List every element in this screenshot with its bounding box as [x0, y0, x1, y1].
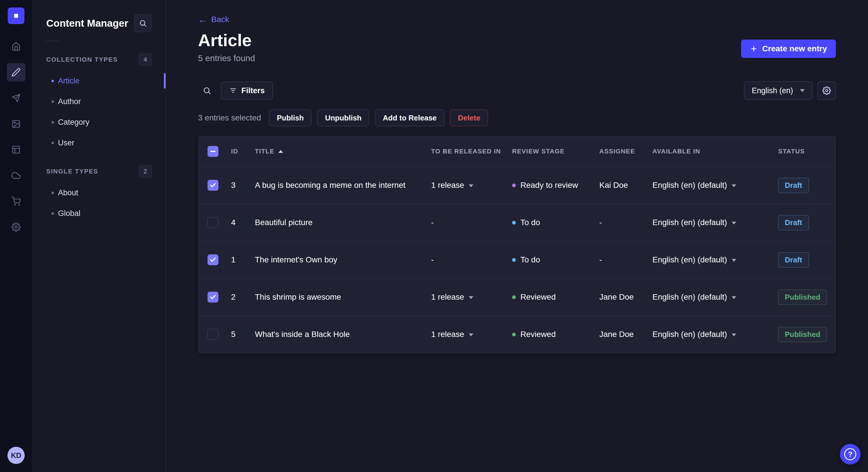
cell-title: What's inside a Black Hole — [255, 316, 431, 353]
rail-marketplace-button[interactable] — [7, 192, 25, 210]
column-header-available-in[interactable]: AVAILABLE IN — [652, 136, 778, 167]
table-row[interactable]: 4 Beautiful picture - To do - English (e… — [198, 204, 836, 241]
sidebar-item-label: Author — [58, 97, 81, 106]
chevron-down-icon — [732, 259, 736, 262]
cell-review-stage: Reviewed — [512, 278, 599, 316]
table-row[interactable]: 2 This shrimp is awesome 1 release Revie… — [198, 278, 836, 316]
cell-status: Published — [778, 278, 836, 316]
cell-status: Draft — [778, 241, 836, 278]
cell-id: 2 — [224, 278, 255, 316]
cell-available-in[interactable]: English (en) (default) — [652, 316, 778, 353]
cell-review-stage: To do — [512, 241, 599, 278]
select-all-checkbox[interactable] — [208, 146, 218, 157]
stage-dot — [512, 258, 516, 262]
sidebar-item-article[interactable]: Article — [46, 71, 152, 91]
column-header-assignee[interactable]: ASSIGNEE — [599, 136, 652, 167]
cell-review-stage: To do — [512, 204, 599, 241]
table-row[interactable]: 5 What's inside a Black Hole 1 release R… — [198, 316, 836, 353]
check-icon — [210, 256, 216, 263]
add-to-release-button[interactable]: Add to Release — [375, 109, 444, 126]
back-arrow-icon: ← — [198, 15, 207, 24]
cell-id: 5 — [224, 316, 255, 353]
column-header-title[interactable]: TITLE — [255, 136, 431, 167]
cell-id: 3 — [224, 167, 255, 204]
cell-title: A bug is becoming a meme on the internet — [255, 167, 431, 204]
chevron-down-icon — [469, 334, 473, 336]
strapi-logo[interactable] — [8, 7, 24, 24]
help-button[interactable]: ? — [840, 444, 861, 465]
cell-available-in[interactable]: English (en) (default) — [652, 204, 778, 241]
rail-releases-button[interactable] — [7, 89, 25, 107]
delete-button[interactable]: Delete — [450, 109, 488, 126]
strapi-logo-icon — [12, 11, 20, 20]
column-header-review-stage[interactable]: REVIEW STAGE — [512, 136, 599, 167]
cell-available-in[interactable]: English (en) (default) — [652, 167, 778, 204]
column-header-id[interactable]: ID — [224, 136, 255, 167]
table-row[interactable]: 1 The internet's Own boy - To do - Engli… — [198, 241, 836, 278]
sidebar-item-author[interactable]: Author — [46, 91, 152, 112]
question-mark-icon: ? — [844, 448, 856, 460]
status-badge: Draft — [778, 215, 809, 230]
cell-available-in[interactable]: English (en) (default) — [652, 278, 778, 316]
cell-assignee: Jane Doe — [599, 278, 652, 316]
stage-dot — [512, 295, 516, 299]
row-checkbox[interactable] — [208, 180, 218, 191]
sidebar-search-button[interactable] — [134, 14, 152, 32]
row-checkbox[interactable] — [208, 329, 218, 340]
locale-select[interactable]: English (en) — [744, 81, 812, 100]
rail-content-type-builder-button[interactable] — [7, 140, 25, 159]
chevron-down-icon — [732, 296, 736, 299]
view-settings-button[interactable] — [817, 81, 836, 100]
row-checkbox[interactable] — [208, 217, 218, 228]
column-header-status[interactable]: STATUS — [778, 136, 836, 167]
sidebar-title: Content Manager — [46, 18, 128, 29]
bullet-icon — [51, 192, 54, 194]
rail-settings-button[interactable] — [7, 218, 25, 236]
cell-release[interactable]: 1 release — [431, 167, 512, 204]
chevron-down-icon — [732, 334, 736, 336]
single-types-section: SINGLE TYPES 2 About Global — [46, 165, 152, 224]
check-icon — [210, 182, 216, 189]
sidebar-item-label: Global — [58, 209, 81, 218]
cell-release[interactable]: 1 release — [431, 316, 512, 353]
create-new-entry-button[interactable]: Create new entry — [741, 40, 836, 58]
list-search-button[interactable] — [198, 82, 216, 100]
column-header-title-label: TITLE — [255, 148, 274, 155]
status-badge: Draft — [778, 252, 809, 268]
avatar[interactable]: KD — [7, 447, 25, 464]
column-header-released[interactable]: TO BE RELEASED IN — [431, 136, 512, 167]
cell-assignee: - — [599, 241, 652, 278]
sidebar-item-about[interactable]: About — [46, 182, 152, 203]
back-link[interactable]: ← Back — [198, 15, 229, 24]
sidebar-item-user[interactable]: User — [46, 133, 152, 153]
single-types-count-badge: 2 — [138, 165, 152, 178]
entries-table: ID TITLE TO BE RELEASED IN REVIEW STAGE … — [198, 136, 836, 353]
bullet-icon — [51, 142, 54, 144]
cell-title: Beautiful picture — [255, 204, 431, 241]
status-badge: Draft — [778, 178, 809, 193]
sidebar-item-category[interactable]: Category — [46, 112, 152, 133]
cell-status: Draft — [778, 167, 836, 204]
row-checkbox[interactable] — [208, 292, 218, 303]
rail-home-button[interactable] — [7, 37, 25, 56]
collection-types-count-badge: 4 — [138, 53, 152, 66]
bullet-icon — [51, 80, 54, 82]
row-checkbox[interactable] — [208, 255, 218, 265]
publish-button[interactable]: Publish — [269, 109, 311, 126]
rail-media-library-button[interactable] — [7, 115, 25, 133]
unpublish-button[interactable]: Unpublish — [317, 109, 369, 126]
chevron-down-icon — [800, 89, 805, 92]
sidebar-item-global[interactable]: Global — [46, 203, 152, 224]
rail-cloud-button[interactable] — [7, 166, 25, 185]
selection-count-label: 3 entries selected — [198, 113, 261, 123]
indeterminate-dash-icon — [210, 151, 216, 152]
filters-button[interactable]: Filters — [221, 82, 273, 100]
stage-dot — [512, 333, 516, 336]
cell-available-in[interactable]: English (en) (default) — [652, 241, 778, 278]
status-badge: Published — [778, 290, 827, 305]
table-row[interactable]: 3 A bug is becoming a meme on the intern… — [198, 167, 836, 204]
page-title: Article — [198, 31, 255, 50]
cell-release[interactable]: 1 release — [431, 278, 512, 316]
cell-title: The internet's Own boy — [255, 241, 431, 278]
rail-content-manager-button[interactable] — [7, 63, 25, 81]
